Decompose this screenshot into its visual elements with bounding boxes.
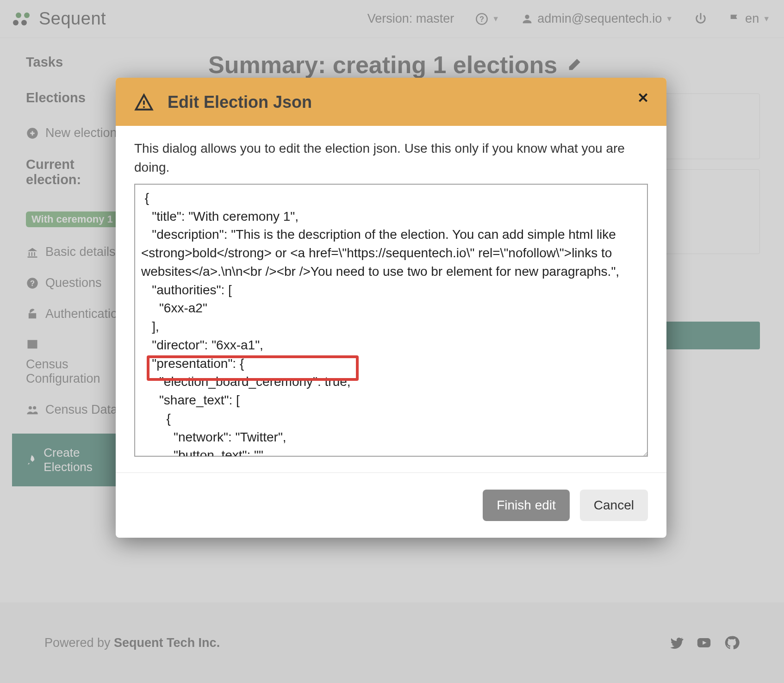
user-label: admin@sequentech.io xyxy=(537,12,662,26)
footer-powered-by: Powered by Sequent Tech Inc. xyxy=(44,636,220,650)
finish-edit-button[interactable]: Finish edit xyxy=(483,490,570,521)
footer-social-icons xyxy=(668,635,740,651)
modal-close-button[interactable]: ✕ xyxy=(637,90,649,106)
sidebar-item-questions[interactable]: ? Questions xyxy=(26,276,130,290)
logout-button[interactable] xyxy=(694,12,707,25)
svg-point-6 xyxy=(33,406,36,409)
user-menu[interactable]: admin@sequentech.io ▼ xyxy=(521,12,673,26)
bank-icon xyxy=(26,246,39,259)
current-election-heading: Current election: xyxy=(26,157,130,187)
warning-icon xyxy=(134,93,154,112)
github-icon[interactable] xyxy=(724,635,740,651)
sidebar-item-label: Census Data xyxy=(45,403,118,417)
help-icon: ? xyxy=(475,12,488,25)
sidebar-tasks-heading: Tasks xyxy=(26,55,130,70)
rocket-icon xyxy=(26,453,37,466)
language-menu[interactable]: en ▼ xyxy=(728,12,770,26)
modal-header: Edit Election Json ✕ xyxy=(116,78,666,126)
brand-name: Sequent xyxy=(39,9,106,29)
sidebar-item-census-config[interactable]: Census Configuration xyxy=(26,338,130,386)
page-footer: Powered by Sequent Tech Inc. xyxy=(0,602,784,683)
caret-down-icon: ▼ xyxy=(492,15,499,23)
sidebar-item-label: Basic details xyxy=(45,245,116,259)
unlock-icon xyxy=(26,308,39,321)
caret-down-icon: ▼ xyxy=(666,15,673,23)
create-elections-label: Create Elections xyxy=(44,446,120,474)
sidebar: Tasks Elections New elections Current el… xyxy=(0,38,130,602)
svg-text:?: ? xyxy=(479,14,484,23)
page-title: Summary: creating 1 elections xyxy=(208,51,760,79)
sidebar-item-label: New elections xyxy=(45,126,123,140)
youtube-icon[interactable] xyxy=(696,635,712,651)
close-icon: ✕ xyxy=(637,90,649,106)
caret-down-icon: ▼ xyxy=(763,15,770,23)
version-label: Version: master xyxy=(367,12,454,26)
sidebar-elections-heading: Elections xyxy=(26,90,130,106)
modal-title: Edit Election Json xyxy=(168,93,312,112)
edit-json-modal: Edit Election Json ✕ This dialog allows … xyxy=(116,78,666,538)
newspaper-icon xyxy=(26,338,39,351)
sidebar-item-label: Authentication xyxy=(45,307,124,321)
sidebar-item-authentication[interactable]: Authentication xyxy=(26,307,130,321)
cancel-button[interactable]: Cancel xyxy=(580,490,648,521)
svg-point-5 xyxy=(29,406,32,409)
highlight-annotation xyxy=(147,355,359,381)
sidebar-item-basic-details[interactable]: Basic details xyxy=(26,245,130,259)
power-icon xyxy=(694,12,707,25)
modal-body: This dialog allows you to edit the elect… xyxy=(116,126,666,472)
brand-logo-icon xyxy=(13,12,36,26)
flag-icon xyxy=(728,12,741,25)
language-label: en xyxy=(745,12,759,26)
json-textarea[interactable]: { "title": "With ceremony 1", "descripti… xyxy=(134,184,648,457)
users-icon xyxy=(26,404,39,416)
header-right: Version: master ? ▼ admin@sequentech.io … xyxy=(367,12,770,26)
eraser-icon[interactable] xyxy=(566,57,582,73)
sidebar-item-label: Questions xyxy=(45,276,102,290)
question-icon: ? xyxy=(26,277,39,290)
sidebar-item-census-data[interactable]: Census Data xyxy=(26,403,130,417)
sidebar-item-label: Census Configuration xyxy=(26,357,130,386)
svg-text:?: ? xyxy=(30,279,35,287)
plus-circle-icon xyxy=(26,127,39,140)
modal-footer: Finish edit Cancel xyxy=(116,472,666,538)
current-election-badge: With ceremony 1 xyxy=(26,211,118,227)
twitter-icon[interactable] xyxy=(668,635,684,651)
sidebar-item-new-election[interactable]: New elections xyxy=(26,126,130,140)
modal-description: This dialog allows you to edit the elect… xyxy=(134,139,648,177)
help-menu[interactable]: ? ▼ xyxy=(475,12,499,25)
user-icon xyxy=(521,12,534,25)
brand-logo[interactable]: Sequent xyxy=(13,9,106,29)
top-header: Sequent Version: master ? ▼ admin@sequen… xyxy=(0,0,784,38)
svg-point-8 xyxy=(143,106,145,108)
